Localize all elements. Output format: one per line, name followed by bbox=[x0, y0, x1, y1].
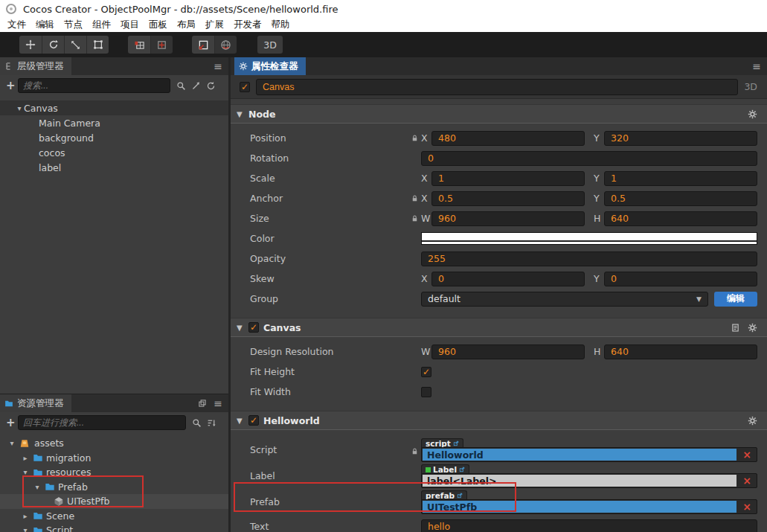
tree-node-background[interactable]: background bbox=[0, 130, 228, 145]
design-resolution-h-field[interactable]: 640 bbox=[604, 344, 757, 359]
menu-panel[interactable]: 面板 bbox=[149, 19, 167, 31]
asset-row-prefab-folder[interactable]: ▾ Prefab bbox=[0, 480, 228, 495]
skew-y-field[interactable]: 0 bbox=[604, 272, 757, 286]
menu-developer[interactable]: 开发者 bbox=[234, 19, 262, 31]
label-remove-button[interactable]: × bbox=[737, 475, 757, 487]
assets-add-asset-button[interactable]: + bbox=[6, 416, 18, 429]
design-resolution-w-field[interactable]: 960 bbox=[431, 344, 585, 359]
tree-node-main-camera[interactable]: Main Camera bbox=[0, 115, 228, 130]
menu-file[interactable]: 文件 bbox=[7, 19, 26, 31]
asset-row-script[interactable]: ▾ Script bbox=[0, 523, 228, 532]
canvas-section-header[interactable]: ▼ ✓ Canvas bbox=[231, 318, 767, 337]
section-collapse-icon[interactable]: ▼ bbox=[237, 110, 244, 118]
move-tool-button[interactable] bbox=[19, 36, 42, 54]
asset-row-uitestpfb[interactable]: UITestPfb bbox=[0, 494, 228, 509]
size-h-field[interactable]: 640 bbox=[604, 211, 757, 226]
opacity-field[interactable]: 255 bbox=[421, 251, 757, 266]
script-remove-button[interactable]: × bbox=[737, 449, 757, 461]
canvas-enabled-checkbox[interactable]: ✓ bbox=[248, 322, 259, 333]
hierarchy-search-icon[interactable] bbox=[176, 81, 186, 91]
asset-row-scene[interactable]: ▸ Scene bbox=[0, 509, 228, 524]
expand-arrow-icon[interactable]: ▾ bbox=[33, 483, 42, 491]
local-coordinate-button[interactable] bbox=[192, 36, 214, 54]
menu-component[interactable]: 组件 bbox=[92, 19, 111, 31]
asset-row-migration[interactable]: ▸ migration bbox=[0, 451, 228, 466]
collapse-arrow-icon[interactable]: ▸ bbox=[21, 512, 30, 520]
helloworld-section-header[interactable]: ▼ ✓ Helloworld bbox=[231, 411, 767, 430]
hierarchy-menu-icon[interactable]: ≡ bbox=[214, 61, 222, 71]
hierarchy-pick-node-icon[interactable] bbox=[191, 81, 201, 91]
group-dropdown[interactable]: default ▼ bbox=[421, 292, 708, 307]
assets-menu-icon[interactable]: ≡ bbox=[214, 398, 222, 408]
position-y-field[interactable]: 320 bbox=[604, 131, 757, 146]
prefab-reference-field[interactable]: UITestPfb × bbox=[421, 499, 757, 514]
prefab-remove-button[interactable]: × bbox=[737, 501, 757, 513]
scale-x-field[interactable]: 1 bbox=[431, 171, 585, 186]
script-reference-field[interactable]: Helloworld × bbox=[421, 447, 757, 462]
node-name-input[interactable] bbox=[256, 79, 738, 95]
anchor-x-field[interactable]: 0.5 bbox=[431, 191, 585, 206]
3d-mode-button[interactable]: 3D bbox=[257, 36, 283, 54]
section-collapse-icon[interactable]: ▼ bbox=[237, 324, 244, 332]
color-swatch[interactable] bbox=[421, 232, 757, 245]
assets-search-input[interactable] bbox=[18, 415, 186, 430]
pivot-grid-icon-button[interactable] bbox=[128, 36, 150, 54]
expand-arrow-icon[interactable]: ▾ bbox=[21, 468, 30, 476]
assets-sort-icon[interactable] bbox=[207, 418, 216, 428]
hierarchy-panel: 层级管理器 ≡ + ▾ Canvas Main Camera backgroun… bbox=[0, 57, 228, 394]
group-row: Group default ▼ 编辑 bbox=[231, 289, 767, 309]
fit-width-checkbox[interactable]: ✓ bbox=[421, 387, 431, 397]
rotation-field[interactable]: 0 bbox=[421, 151, 757, 166]
size-w-field[interactable]: 960 bbox=[431, 211, 585, 226]
assets-tab[interactable]: 资源管理器 bbox=[0, 394, 71, 412]
scale-tool-button[interactable] bbox=[64, 36, 86, 54]
external-link-icon[interactable] bbox=[453, 440, 459, 446]
external-link-icon[interactable] bbox=[459, 467, 465, 472]
tree-node-cocos[interactable]: cocos bbox=[0, 145, 228, 160]
anchor-y-field[interactable]: 0.5 bbox=[604, 191, 757, 206]
node-section-header[interactable]: ▼ Node bbox=[231, 104, 767, 124]
inspector-tab[interactable]: 属性检查器 bbox=[234, 57, 306, 75]
expand-arrow-icon[interactable]: ▾ bbox=[15, 104, 24, 112]
inspector-menu-icon[interactable]: ≡ bbox=[752, 61, 761, 71]
asset-row-resources[interactable]: ▾ resources bbox=[0, 465, 228, 480]
tree-node-label-node[interactable]: label bbox=[0, 160, 228, 175]
helloworld-settings-gear-icon[interactable] bbox=[748, 416, 757, 426]
assets-search-icon[interactable] bbox=[192, 418, 202, 428]
label-reference-field[interactable]: label<Label> × bbox=[421, 473, 757, 488]
skew-x-field[interactable]: 0 bbox=[431, 272, 585, 286]
text-field[interactable]: hello bbox=[421, 519, 757, 532]
menu-node[interactable]: 节点 bbox=[64, 19, 83, 31]
rotate-tool-button[interactable] bbox=[42, 36, 64, 54]
section-collapse-icon[interactable]: ▼ bbox=[237, 417, 244, 425]
expand-arrow-icon[interactable]: ▾ bbox=[7, 439, 16, 447]
scale-y-field[interactable]: 1 bbox=[604, 171, 757, 186]
fit-height-checkbox[interactable]: ✓ bbox=[421, 367, 431, 377]
position-x-field[interactable]: 480 bbox=[431, 131, 585, 146]
menu-help[interactable]: 帮助 bbox=[272, 19, 290, 31]
group-edit-button[interactable]: 编辑 bbox=[714, 292, 757, 307]
menu-project[interactable]: 项目 bbox=[121, 19, 139, 31]
node-active-checkbox[interactable]: ✓ bbox=[240, 82, 250, 92]
canvas-help-doc-icon[interactable] bbox=[731, 323, 740, 333]
menu-edit[interactable]: 编辑 bbox=[36, 19, 54, 31]
hierarchy-search-input[interactable] bbox=[18, 78, 170, 93]
hierarchy-add-node-button[interactable]: + bbox=[6, 79, 18, 92]
node-settings-gear-icon[interactable] bbox=[748, 109, 757, 119]
menu-extension[interactable]: 扩展 bbox=[205, 19, 224, 31]
asset-row-assets[interactable]: ▾ assets bbox=[0, 436, 228, 451]
world-coordinate-button[interactable] bbox=[214, 36, 237, 54]
external-link-icon[interactable] bbox=[457, 493, 463, 499]
helloworld-enabled-checkbox[interactable]: ✓ bbox=[248, 415, 259, 426]
hierarchy-tabstrip: 层级管理器 ≡ bbox=[0, 57, 228, 75]
hierarchy-tab[interactable]: 层级管理器 bbox=[0, 57, 71, 75]
collapse-arrow-icon[interactable]: ▸ bbox=[21, 454, 30, 462]
rect-tool-button[interactable] bbox=[86, 36, 109, 54]
anchor-grid-icon-button[interactable] bbox=[150, 36, 173, 54]
menu-layout[interactable]: 布局 bbox=[177, 19, 196, 31]
assets-popout-icon[interactable] bbox=[198, 399, 207, 408]
tree-node-canvas[interactable]: ▾ Canvas bbox=[0, 100, 228, 115]
canvas-settings-gear-icon[interactable] bbox=[748, 323, 757, 333]
hierarchy-refresh-icon[interactable] bbox=[206, 81, 216, 91]
expand-arrow-icon[interactable]: ▾ bbox=[21, 526, 30, 532]
